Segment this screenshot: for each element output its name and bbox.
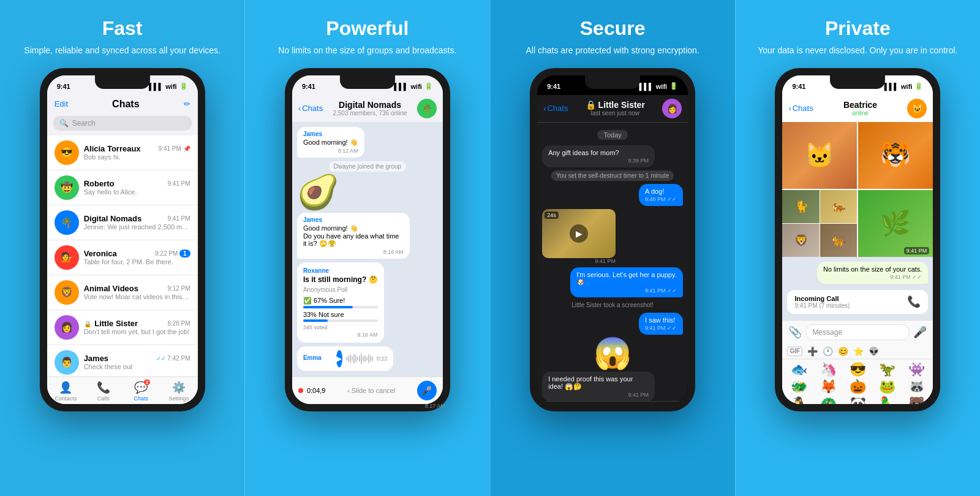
phone-private-screen: 9:41 ▌▌▌ wifi 🔋 ‹ Chats Beatrice online …: [782, 75, 933, 404]
attach-icon-private[interactable]: 📎: [788, 326, 802, 339]
slide-to-cancel: ‹ Slide to cancel: [347, 387, 395, 394]
alien-sticker-icon[interactable]: 👽: [869, 346, 879, 356]
recording-dot: [298, 388, 303, 393]
sticker-1[interactable]: 🐟: [785, 362, 813, 378]
wifi-icon: wifi: [901, 83, 912, 90]
sticker-3[interactable]: 😎: [843, 362, 872, 378]
star-sticker-icon[interactable]: ⭐: [853, 346, 864, 356]
chat-info-sister: 🔒 Little Sister 8:28 PM Don't tell mom y…: [84, 319, 190, 335]
chat-info-alicia: Alicia Torreaux 9:41 PM 📌 Bob says hi.: [84, 144, 190, 161]
chat-list: 😎 Alicia Torreaux 9:41 PM 📌 Bob says hi.…: [47, 135, 198, 376]
search-icon: 🔍: [59, 119, 69, 128]
messages-area-powerful: James Good morning! 👋 8:12 AM Dwayne joi…: [292, 122, 443, 376]
chat-screen-powerful: ‹ Chats Digital Nomads 2,503 members, 73…: [292, 95, 443, 404]
chat-item-nomads[interactable]: 🌴 Digital Nomads 9:41 PM Jennie: We just…: [47, 205, 198, 240]
avatar-sister: 👩: [55, 315, 79, 340]
video-play-button[interactable]: ▶: [570, 224, 588, 243]
edit-button[interactable]: Edit: [55, 99, 68, 109]
mic-icon-private[interactable]: 🎤: [913, 326, 927, 339]
chat-time-alicia: 9:41 PM 📌: [159, 145, 190, 152]
play-button[interactable]: ▶: [336, 350, 342, 367]
panel-fast-title: Fast: [102, 17, 143, 40]
photo-time-overlay: 9:41 PM: [904, 247, 930, 254]
phone-secure-notch: [585, 75, 640, 89]
contacts-icon: 👤: [59, 381, 72, 394]
chat-time-animal: 9:12 PM: [167, 285, 190, 292]
sticker-4[interactable]: 🦖: [873, 362, 901, 378]
sticker-11[interactable]: 🐧: [785, 396, 813, 403]
phone-powerful-screen: 9:41 ▌▌▌ wifi 🔋 ‹ Chats Digital Nomads 2…: [292, 75, 443, 404]
msg-system-timer: You set the self-destruct timer to 1 min…: [551, 170, 674, 181]
phone-private: 9:41 ▌▌▌ wifi 🔋 ‹ Chats Beatrice online …: [775, 68, 940, 411]
panel-secure-title: Secure: [580, 17, 646, 40]
sticker-9[interactable]: 🐸: [873, 379, 901, 395]
phone-powerful-notch: [340, 75, 395, 89]
tab-settings[interactable]: ⚙️ Settings: [160, 381, 198, 402]
avatar-veronica: 💁: [55, 245, 79, 270]
panel-secure: Secure All chats are protected with stro…: [490, 0, 735, 496]
tab-chats[interactable]: 💬2 Chats: [123, 381, 160, 402]
compose-button[interactable]: ✏: [184, 99, 190, 109]
status-time-secure: 9:41: [547, 83, 560, 90]
poll-option-2: 33% Not sure: [303, 311, 378, 322]
clock-sticker-icon[interactable]: 🕐: [823, 346, 833, 356]
status-time-fast: 9:41: [57, 83, 70, 90]
chat-item-sister[interactable]: 👩 🔒 Little Sister 8:28 PM Don't tell mom…: [47, 310, 198, 345]
incoming-call-bubble: Incoming Call 9:41 PM (7 minutes) 📞: [787, 290, 928, 314]
status-icons-fast: ▌▌▌ wifi 🔋: [149, 82, 188, 90]
secret-chat-sub: last seen just now: [573, 110, 657, 116]
msg-cats: No limits on the size of your cats. 9:41…: [817, 262, 928, 284]
photo-tiger: 🐯: [858, 122, 933, 189]
chat-item-animal[interactable]: 🦁 Animal Videos 9:12 PM Vote now! Moar c…: [47, 275, 198, 310]
plus-sticker-icon[interactable]: ➕: [807, 346, 818, 356]
back-button-private[interactable]: ‹ Chats: [788, 104, 813, 113]
sticker-2[interactable]: 🦄: [814, 362, 842, 378]
chat-preview-veronica: Table for four, 2 PM. Be there.: [84, 258, 190, 265]
sticker-panel: GIF ➕ 🕐 😊 ⭐ 👽 🐟 🦄 😎 🦖 👾 🐲: [782, 344, 933, 404]
chats-header: Edit Chats ✏: [47, 95, 198, 113]
message-input-private[interactable]: Message: [805, 324, 910, 340]
sticker-8[interactable]: 🎃: [843, 379, 872, 395]
sticker-6[interactable]: 🐲: [785, 379, 813, 395]
back-button-secure[interactable]: ‹ Chats: [543, 104, 568, 113]
chat-info-veronica: Veronica 9:22 PM 1 Table for four, 2 PM.…: [84, 249, 190, 265]
poll-bubble: Roxanne Is it still morning? 🤔 Anonymous…: [297, 262, 384, 343]
sticker-12[interactable]: 🦚: [814, 396, 842, 403]
voice-waves: [346, 353, 373, 365]
wifi-icon: wifi: [411, 83, 422, 90]
group-avatar: 🌴: [417, 99, 437, 118]
wifi-icon: wifi: [165, 83, 176, 90]
chat-item-james[interactable]: 👨 James ✓✓ 7:42 PM Check these out: [47, 345, 198, 376]
sticker-15[interactable]: 🐻: [902, 396, 930, 403]
gif-button[interactable]: GIF: [787, 346, 802, 356]
video-message: 24s ▶ 9:41 PM: [542, 209, 616, 264]
wifi-icon: wifi: [656, 83, 667, 90]
tab-contacts[interactable]: 👤 Contacts: [47, 381, 85, 402]
avatar-nomads: 🌴: [55, 210, 79, 235]
sticker-5[interactable]: 👾: [902, 362, 930, 378]
photo-sm-1: 🐈: [782, 190, 820, 223]
sticker-14[interactable]: 🦜: [873, 396, 901, 403]
chat-item-alicia[interactable]: 😎 Alicia Torreaux 9:41 PM 📌 Bob says hi.: [47, 135, 198, 170]
screenshot-notice: Little Sister took a screenshot!: [542, 302, 683, 308]
chat-preview-animal: Vote now! Moar cat videos in this channe…: [84, 293, 190, 300]
mic-button[interactable]: 🎤: [417, 381, 437, 400]
chat-info-roberto: Roberto 9:41 PM Say hello to Alice.: [84, 179, 190, 196]
panel-private: Private Your data is never disclosed. On…: [735, 0, 980, 496]
smile-sticker-icon[interactable]: 😊: [838, 346, 848, 356]
sticker-13[interactable]: 🐼: [843, 396, 872, 403]
tab-calls[interactable]: 📞 Calls: [85, 381, 123, 402]
chat-info-nomads: Digital Nomads 9:41 PM Jennie: We just r…: [84, 214, 190, 231]
back-button-powerful[interactable]: ‹ Chats: [298, 104, 323, 113]
avatar-roberto: 🤠: [55, 175, 79, 200]
sticker-10[interactable]: 🦝: [902, 379, 930, 395]
tab-bar: 👤 Contacts 📞 Calls 💬2 Chats ⚙️ Settings: [47, 376, 198, 404]
chat-item-roberto[interactable]: 🤠 Roberto 9:41 PM Say hello to Alice.: [47, 170, 198, 205]
chat-item-veronica[interactable]: 💁 Veronica 9:22 PM 1 Table for four, 2 P…: [47, 240, 198, 275]
status-time-private: 9:41: [792, 83, 805, 90]
sticker-7[interactable]: 🦊: [814, 379, 842, 395]
photo-grid: 🐱 🐯 🐈 🐅 🦁 🐆 🌿 9:41 PM: [782, 122, 933, 257]
search-inner[interactable]: 🔍 Search: [53, 116, 192, 131]
call-info: Incoming Call 9:41 PM (7 minutes): [794, 295, 850, 309]
status-time-powerful: 9:41: [302, 83, 315, 90]
